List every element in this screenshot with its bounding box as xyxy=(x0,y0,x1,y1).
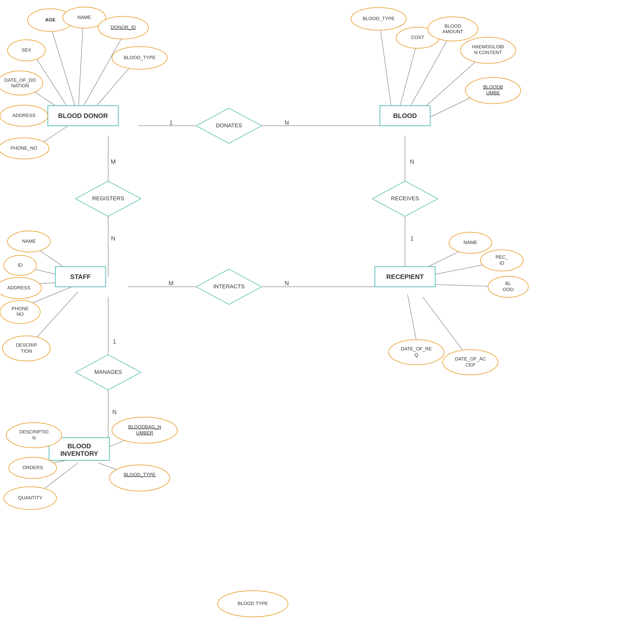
attr-rec-id-label2: ID xyxy=(500,260,504,266)
attr-rec-name-label: NAME xyxy=(464,240,477,245)
card-donates-n: N xyxy=(285,119,289,126)
svg-line-11 xyxy=(78,25,83,116)
card-registers-m: M xyxy=(111,158,116,165)
attr-staff-address-label: ADDRESS xyxy=(7,285,30,290)
attr-rec-date-accept-label1: DATE_OF_AC xyxy=(455,356,486,362)
attr-inv-quantity-label: QUANTITY xyxy=(18,495,42,500)
attr-rec-blood-label1: BL xyxy=(505,281,511,286)
attr-blood-haemo-label1: HAEMOGLOBI xyxy=(472,44,504,49)
attr-staff-description-label1: DESCRIP xyxy=(16,342,37,348)
attr-rec-blood-type-bottom-label: BLOOD TYPE xyxy=(237,601,268,606)
attr-rec-date-req-label1: DATE_OF_RE xyxy=(401,346,432,352)
entity-recepient-label: RECEPIENT xyxy=(386,273,424,280)
card-interacts-n: N xyxy=(285,280,289,287)
attr-donor-age-label: AGE xyxy=(45,17,55,22)
attr-staff-description-label2: TION xyxy=(21,348,32,354)
attr-blood-amount-label2: AMOUNT xyxy=(442,29,463,34)
attr-donor-address-label: ADDRESS xyxy=(12,113,35,118)
attr-inv-description-label1: DESCRIPTIO xyxy=(19,429,49,434)
rel-registers-label: REGISTERS xyxy=(92,195,124,202)
er-diagram: .entity-box { fill: white; stroke: #5bbf… xyxy=(0,0,644,644)
attr-inv-blood-type-label1: BLOOD_TYPE xyxy=(124,472,156,477)
attr-staff-phone-label1: PHONE xyxy=(12,306,29,311)
entity-blood-inventory-label2: INVENTORY xyxy=(60,450,98,457)
attr-inv-blood-type xyxy=(109,465,170,491)
rel-manages-label: MANAGES xyxy=(94,369,122,375)
attr-staff-id-label: ID xyxy=(18,262,23,268)
attr-inv-bloodbag-label1: BLOODBAG_N xyxy=(128,424,161,430)
attr-inv-bloodbag-label2: UMBER xyxy=(136,430,153,435)
attr-inv-orders-label: ORDERS xyxy=(22,465,43,470)
rel-donates-label: DONATES xyxy=(216,122,242,129)
attr-donor-sex-label: SEX xyxy=(22,47,31,53)
attr-inv-description-label2: N xyxy=(32,435,36,440)
attr-donor-id-label: DONOR_ID xyxy=(111,25,136,30)
attr-blood-bloodbag-label1: BLOODB xyxy=(483,84,503,90)
attr-donor-date-label1: DATE_OF_DO xyxy=(4,77,36,83)
card-manages-1: 1 xyxy=(113,338,116,345)
attr-rec-blood-label2: OOD xyxy=(503,287,513,292)
svg-line-31 xyxy=(408,294,418,347)
card-registers-n: N xyxy=(111,235,115,242)
entity-blood-inventory-label1: BLOOD xyxy=(67,442,91,450)
card-interacts-m: M xyxy=(169,280,174,287)
entity-blood-donor-label: BLOOD DONOR xyxy=(58,112,108,119)
attr-staff-phone-label2: NO xyxy=(17,311,24,317)
attr-donor-date-label2: NATION xyxy=(11,83,29,88)
attr-blood-blood-type-label: BLOOD_TYPE xyxy=(363,16,395,21)
svg-line-18 xyxy=(380,25,392,116)
attr-blood-bloodbag-label2: UMBE xyxy=(486,90,500,95)
attr-blood-haemo-label2: N CONTENT xyxy=(474,50,502,55)
attr-blood-cost-label: COST xyxy=(411,35,424,40)
rel-receives-label: RECEIVES xyxy=(391,195,419,202)
card-donates-1: 1 xyxy=(169,119,173,126)
attr-blood-amount-label1: BLOOD xyxy=(445,23,461,29)
attr-rec-id-label1: REC_ xyxy=(496,254,508,260)
card-receives-1: 1 xyxy=(410,235,414,242)
svg-line-12 xyxy=(78,35,123,116)
attr-donor-phone-label: PHONE_NO xyxy=(11,145,37,151)
rel-interacts-label: INTERACTS xyxy=(213,283,245,290)
attr-rec-date-accept-label2: CEP xyxy=(465,362,475,368)
attr-donor-blood-type-label: BLOOD_TYPE xyxy=(124,55,156,60)
attr-donor-name-label: NAME xyxy=(77,15,91,20)
entity-blood-label: BLOOD xyxy=(393,112,417,119)
attr-rec-date-req-label2: Q xyxy=(415,352,418,357)
attr-staff-name-label: NAME xyxy=(22,238,36,244)
card-manages-n: N xyxy=(112,409,116,415)
entity-staff-label: STAFF xyxy=(70,273,91,280)
svg-line-19 xyxy=(397,40,418,116)
card-receives-n: N xyxy=(410,158,414,165)
